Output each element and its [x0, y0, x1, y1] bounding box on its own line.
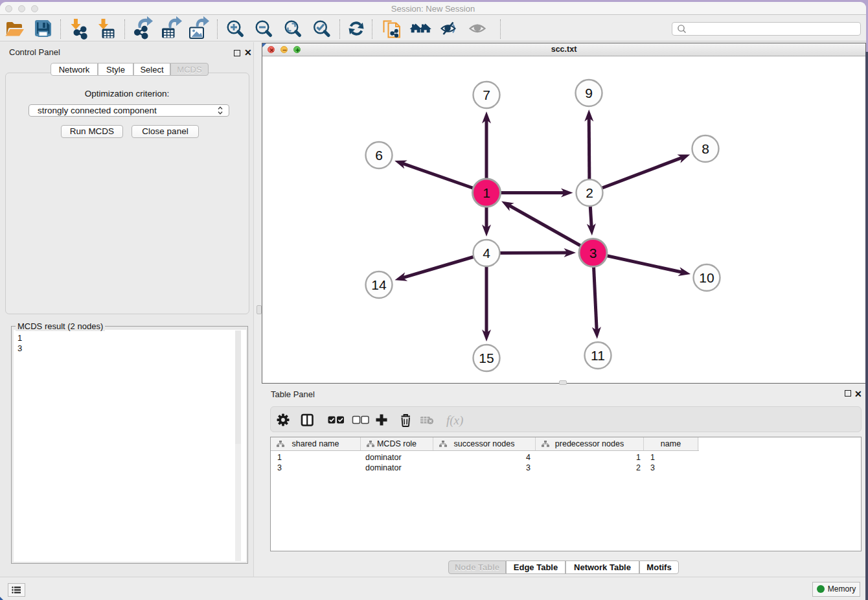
svg-text:3: 3: [589, 246, 597, 260]
svg-text:8: 8: [702, 141, 709, 156]
svg-text:1: 1: [483, 185, 490, 200]
svg-text:4: 4: [483, 246, 490, 260]
svg-text:9: 9: [585, 86, 593, 100]
svg-text:14: 14: [371, 277, 387, 292]
svg-text:f(x): f(x): [446, 413, 463, 428]
svg-text:10: 10: [699, 270, 714, 285]
svg-text:11: 11: [591, 348, 605, 363]
svg-text:7: 7: [483, 87, 490, 102]
svg-text:6: 6: [375, 148, 383, 163]
svg-text:15: 15: [479, 351, 494, 365]
svg-text:2: 2: [586, 185, 593, 200]
